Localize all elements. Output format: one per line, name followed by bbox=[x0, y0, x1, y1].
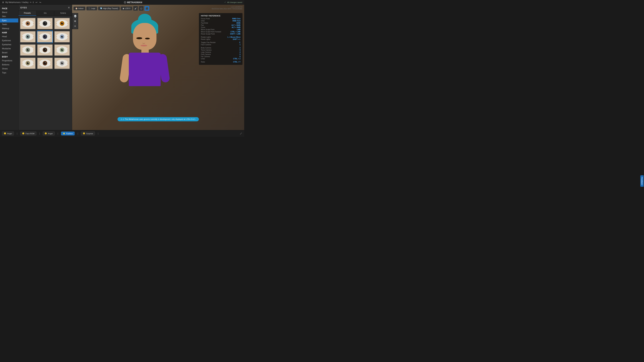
display-icon-btn[interactable]: ⬛ bbox=[144, 6, 149, 11]
char-lips bbox=[140, 45, 147, 46]
hotkey-label-16: Far Camera bbox=[201, 56, 210, 57]
anim-surprise[interactable]: 😮 Surprise bbox=[81, 132, 95, 135]
edit-icon[interactable]: ✏ bbox=[30, 1, 32, 3]
camera-button[interactable]: ⬛ Legs bbox=[86, 6, 97, 10]
info-icon[interactable]: ℹ bbox=[33, 1, 34, 3]
hotkey-key-6: CTRL + LMB bbox=[230, 31, 240, 33]
fashion-icon: ⭐ bbox=[63, 132, 65, 135]
sidebar-item-blend[interactable]: Blend bbox=[0, 10, 18, 14]
sidebar-item-makeup[interactable]: Makeup bbox=[0, 26, 18, 30]
eye-svg-6 bbox=[20, 44, 36, 55]
char-nose bbox=[142, 41, 145, 44]
skull-tool-btn[interactable]: 💀 bbox=[73, 14, 78, 18]
fashion-menu[interactable]: ⋮ bbox=[76, 132, 80, 135]
fashion-label: Fashion bbox=[66, 133, 73, 135]
hotkey-label-12: Body Camera bbox=[201, 47, 211, 49]
sidebar-item-skin[interactable]: Skin bbox=[0, 14, 18, 18]
sidebar-item-mustache[interactable]: Mustache bbox=[0, 46, 18, 51]
hair-section-label: HAIR bbox=[0, 30, 18, 34]
panel-title: EYES bbox=[20, 6, 27, 9]
viewport[interactable]: 1.3.0-23248744 48c5553d-5bfd-292e-66f4-7… bbox=[72, 5, 244, 130]
hotkey-key-4: ALT + RMB bbox=[232, 26, 240, 28]
sidebar-item-shoes[interactable]: Shoes bbox=[0, 67, 18, 71]
hotkey-row-18: RedoCTRL + Y bbox=[201, 61, 240, 63]
logo-area: ⬡ METAHUMAN bbox=[124, 1, 142, 4]
hotkey-key-9: SHIFT + L bbox=[233, 38, 240, 40]
hotkey-key-11: 1 bbox=[240, 44, 240, 45]
hotkey-key-18: CTRL + Y bbox=[233, 61, 240, 63]
tab-sclera[interactable]: Sclera bbox=[54, 11, 72, 16]
paint-icon-btn[interactable]: 🖌 bbox=[133, 6, 138, 11]
sidebar-item-beard[interactable]: Beard bbox=[0, 51, 18, 55]
eye-preset-4[interactable] bbox=[37, 30, 53, 43]
sidebar-item-eyes[interactable]: Eyes bbox=[0, 18, 18, 22]
breadcrumb: My MetaHumans / Hadley bbox=[5, 1, 28, 3]
svg-point-109 bbox=[28, 62, 29, 63]
sidebar-item-eyelashes[interactable]: Eyelashes bbox=[0, 42, 18, 46]
svg-point-76 bbox=[28, 49, 29, 50]
eye-preset-0[interactable] bbox=[20, 17, 36, 30]
sculpt-tool-btn[interactable]: ✿ bbox=[73, 19, 78, 23]
sidebar-item-tops[interactable]: Tops bbox=[0, 71, 18, 75]
eye-preset-2[interactable] bbox=[54, 17, 70, 30]
hotkey-key-2: MMB bbox=[236, 22, 240, 24]
hotkey-row-5: Move Sculpt PointLMB bbox=[201, 29, 240, 30]
render-icon: 💎 bbox=[100, 7, 102, 9]
hotkey-key-15: 5 bbox=[240, 53, 240, 55]
eye-preset-7[interactable] bbox=[37, 44, 53, 56]
surprise-menu[interactable]: ⋮ bbox=[96, 132, 100, 135]
sidebar-item-bottoms[interactable]: Bottoms bbox=[0, 63, 18, 67]
eye-preset-9[interactable] bbox=[20, 57, 36, 69]
anim-face-rom[interactable]: 😐 Face ROM bbox=[20, 132, 36, 135]
hotkey-key-3: ALT + MMB bbox=[232, 24, 240, 26]
hotkey-row-10: Toggle Clay RenderC bbox=[201, 41, 240, 43]
tab-iris[interactable]: Iris bbox=[36, 11, 54, 16]
panel-close-button[interactable]: ✕ bbox=[68, 6, 70, 9]
hotkey-label-18: Redo bbox=[201, 61, 205, 63]
eye-preset-8[interactable] bbox=[54, 44, 70, 56]
expand-icon[interactable]: ⤢ bbox=[240, 132, 242, 135]
anim-fashion[interactable]: ⭐ Fashion bbox=[61, 132, 75, 135]
hotkey-row-11: Face Camera1 bbox=[201, 44, 240, 45]
anger-2-menu[interactable]: ⋮ bbox=[56, 132, 60, 135]
char-eye-right bbox=[145, 38, 150, 39]
eye-preset-6[interactable] bbox=[20, 44, 36, 56]
lod-icon: ◉ bbox=[122, 7, 124, 9]
eye-preset-1[interactable] bbox=[37, 17, 53, 30]
svg-point-98 bbox=[62, 49, 63, 50]
hotkey-row-14: Legs Camera4 bbox=[201, 51, 240, 53]
hotkey-row-6: Move Sculpt Point ForwardCTRL + LMB bbox=[201, 31, 240, 33]
sidebar-item-teeth[interactable]: Teeth bbox=[0, 22, 18, 26]
character-viewport bbox=[79, 11, 211, 120]
hotkey-label-5: Move Sculpt Point bbox=[201, 29, 214, 30]
hotkey-label-9: Reset Lights bbox=[201, 38, 210, 40]
sidebar-item-eyebrows[interactable]: Eyebrows bbox=[0, 38, 18, 42]
move-tool-btn[interactable]: ✛ bbox=[73, 24, 78, 28]
undo-button[interactable]: ↩ bbox=[35, 1, 38, 4]
eraser-icon-btn[interactable]: ◻ bbox=[139, 6, 144, 11]
anger-1-menu[interactable]: ⋮ bbox=[15, 132, 19, 135]
hotkey-label-11: Face Camera bbox=[201, 44, 211, 45]
eye-preset-5[interactable] bbox=[54, 30, 70, 43]
eye-svg-10 bbox=[38, 58, 52, 69]
face-rom-menu[interactable]: ⋮ bbox=[38, 132, 42, 135]
char-eye-left bbox=[136, 37, 142, 39]
render-button[interactable]: 💎 High (Ray Traced) bbox=[98, 6, 120, 10]
hotkey-key-1: RMB Hold bbox=[232, 20, 240, 22]
eye-preset-3[interactable] bbox=[20, 30, 36, 43]
anim-anger-2[interactable]: 😠 Anger bbox=[43, 132, 55, 135]
eye-svg-4 bbox=[38, 31, 52, 42]
sidebar-item-proportions[interactable]: Proportions bbox=[0, 59, 18, 63]
body-section-label: BODY bbox=[0, 55, 18, 59]
eye-preset-10[interactable] bbox=[37, 57, 53, 69]
hotkey-row-9: Reset LightsSHIFT + L bbox=[201, 38, 240, 40]
eye-grid bbox=[18, 16, 72, 71]
lod-button[interactable]: ◉ LOD 0 bbox=[121, 6, 132, 10]
eye-preset-11[interactable] bbox=[54, 57, 70, 69]
environment-button[interactable]: 🏠 Indoor bbox=[74, 6, 85, 10]
eye-svg-7 bbox=[38, 44, 52, 55]
anim-anger-1[interactable]: 😠 Anger bbox=[2, 132, 14, 135]
sidebar-item-head[interactable]: Head bbox=[0, 34, 18, 38]
tab-presets[interactable]: Presets bbox=[18, 11, 36, 16]
redo-button[interactable]: ↪ bbox=[39, 1, 42, 4]
